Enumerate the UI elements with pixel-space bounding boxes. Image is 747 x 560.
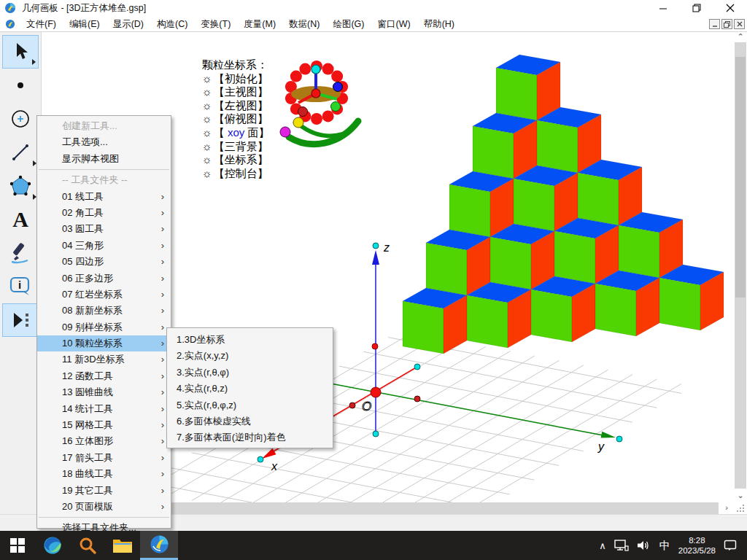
- cube[interactable]: [554, 218, 619, 284]
- tool-folder-item[interactable]: 10 颗粒坐标系›: [37, 335, 171, 351]
- tool-folder-item[interactable]: 04 三角形›: [37, 238, 171, 254]
- tool-folder-item[interactable]: 02 角工具›: [37, 205, 171, 221]
- child-minimize-button[interactable]: [709, 19, 720, 29]
- menubar-item[interactable]: 文件(F): [20, 16, 63, 32]
- minimize-button[interactable]: [646, 0, 680, 16]
- child-close-button[interactable]: [734, 19, 745, 29]
- cube-stack[interactable]: [403, 55, 724, 354]
- particle-submenu-item[interactable]: 6.多面体棱虚实线: [167, 413, 333, 429]
- text-tool[interactable]: A: [2, 203, 39, 236]
- tool-folder-item[interactable]: 06 正多边形›: [37, 271, 171, 287]
- compass-tool[interactable]: [2, 102, 39, 136]
- particle-submenu-item[interactable]: 7.多面体表面(逆时向)着色: [167, 429, 333, 446]
- network-icon[interactable]: [614, 540, 629, 551]
- particle-control-button[interactable]: ☼【控制台】: [202, 167, 269, 181]
- tool-folder-item[interactable]: 13 圆锥曲线›: [37, 384, 171, 400]
- tool-folder-item[interactable]: 11 新3D坐标系›: [37, 351, 171, 368]
- vertical-scroll-track[interactable]: [735, 42, 746, 489]
- cube[interactable]: [403, 288, 467, 354]
- cube[interactable]: [578, 160, 642, 225]
- tool-folder-item[interactable]: 05 四边形›: [37, 254, 171, 270]
- cube[interactable]: [531, 276, 595, 342]
- particle-control-button[interactable]: ☼【左视图】: [202, 99, 269, 113]
- resize-grip[interactable]: [735, 502, 746, 514]
- tool-folder-item[interactable]: 12 函数工具›: [37, 368, 171, 384]
- tool-folder-item[interactable]: 15 网格工具›: [37, 417, 171, 433]
- menubar-item[interactable]: 度量(M): [237, 16, 282, 32]
- tool-menu-action[interactable]: 工具选项...: [37, 134, 171, 150]
- particle-control-button[interactable]: ☼【 xoy 面】: [202, 126, 269, 140]
- tool-folder-item[interactable]: 09 别样坐标系›: [37, 319, 171, 335]
- custom-tools-menu: 创建新工具...工具选项...显示脚本视图-- 工具文件夹 --01 线工具›0…: [36, 115, 171, 529]
- tool-menu-action[interactable]: 显示脚本视图: [37, 151, 171, 167]
- custom-tool[interactable]: [2, 303, 39, 337]
- menubar-item[interactable]: 构造(C): [150, 16, 194, 32]
- cube[interactable]: [449, 171, 514, 237]
- menubar-item[interactable]: 帮助(H): [417, 16, 461, 32]
- vertical-scroll-thumb[interactable]: [735, 57, 746, 298]
- cube[interactable]: [473, 113, 537, 179]
- particle-submenu-item[interactable]: 5.实点(r,θ,φ,z): [167, 397, 333, 413]
- scroll-down-button[interactable]: ⌄: [735, 491, 746, 501]
- tool-folder-item[interactable]: 20 页面模版›: [37, 499, 171, 515]
- hidden-icons-chevron[interactable]: ∧: [599, 540, 606, 551]
- tool-folder-item[interactable]: 17 箭头工具›: [37, 450, 171, 466]
- particle-control-button[interactable]: ☼【三背景】: [202, 140, 269, 154]
- tool-folder-item[interactable]: 08 新新坐标系›: [37, 303, 171, 319]
- selection-arrow-tool[interactable]: [2, 35, 39, 69]
- tool-folder-item[interactable]: 18 曲线工具›: [37, 466, 171, 482]
- particle-control-button[interactable]: ☼【坐标系】: [202, 153, 269, 167]
- cube[interactable]: [490, 224, 554, 289]
- edge-browser-button[interactable]: [35, 531, 70, 560]
- particle-submenu-item[interactable]: 2.实点(x,y,z): [167, 348, 333, 364]
- file-explorer-button[interactable]: [105, 531, 140, 560]
- cube[interactable]: [659, 265, 724, 330]
- menubar-item[interactable]: 显示(D): [107, 16, 150, 32]
- tray-date: 2023/5/28: [678, 545, 716, 556]
- menubar-item[interactable]: 变换(T): [194, 16, 237, 32]
- particle-submenu-item[interactable]: 3.实点(r,θ,φ): [167, 365, 333, 381]
- particle-submenu-item[interactable]: 4.实点(r,θ,z): [167, 381, 333, 397]
- polygon-tool[interactable]: [2, 169, 39, 203]
- straightedge-tool[interactable]: [2, 136, 39, 169]
- cube[interactable]: [496, 55, 560, 120]
- particle-control-button[interactable]: ☼【主视图】: [202, 85, 269, 99]
- particle-control-button[interactable]: ☼【初始化】: [202, 72, 269, 86]
- cube[interactable]: [514, 166, 578, 231]
- menubar-item[interactable]: 绘图(G): [326, 16, 371, 32]
- tool-folder-item[interactable]: 01 线工具›: [37, 189, 171, 205]
- start-button[interactable]: [0, 531, 35, 560]
- close-button[interactable]: [713, 0, 747, 16]
- clock[interactable]: 8:28 2023/5/28: [678, 535, 716, 556]
- search-button[interactable]: [70, 531, 105, 560]
- cube[interactable]: [537, 107, 601, 173]
- speaker-icon[interactable]: [637, 540, 651, 551]
- menubar-item[interactable]: 编辑(E): [63, 16, 107, 32]
- tool-folder-item[interactable]: 16 立体图形›: [37, 433, 171, 449]
- scroll-up-button[interactable]: ⌃: [735, 32, 746, 42]
- menubar-item[interactable]: 窗口(W): [371, 16, 417, 32]
- vertical-scrollbar[interactable]: ⌃ ⌄: [735, 32, 746, 502]
- cube[interactable]: [467, 282, 531, 348]
- particle-control-button[interactable]: ☼【俯视图】: [202, 112, 269, 126]
- action-center-icon[interactable]: [724, 540, 737, 551]
- tool-folder-item[interactable]: 19 其它工具›: [37, 483, 171, 499]
- child-restore-button[interactable]: [721, 19, 732, 29]
- tool-folder-item[interactable]: 14 统计工具›: [37, 401, 171, 417]
- menubar-item[interactable]: 数据(N): [282, 16, 326, 32]
- cube[interactable]: [426, 230, 490, 295]
- cube[interactable]: [619, 212, 683, 278]
- scroll-right-button[interactable]: ›: [720, 502, 733, 514]
- cube[interactable]: [595, 271, 659, 336]
- particle-control-label: 【三背景】: [214, 140, 268, 152]
- information-tool[interactable]: i: [2, 270, 39, 303]
- cube-front-face: [578, 173, 619, 225]
- ime-indicator[interactable]: 中: [659, 539, 670, 553]
- gsp-app-button[interactable]: [140, 531, 178, 560]
- tool-folder-item[interactable]: 07 红岩坐标系›: [37, 287, 171, 303]
- marker-tool[interactable]: [2, 236, 39, 270]
- tool-folder-item[interactable]: 03 圆工具›: [37, 221, 171, 237]
- restore-button[interactable]: [680, 0, 713, 16]
- particle-submenu-item[interactable]: 1.3D坐标系: [167, 332, 333, 348]
- point-tool[interactable]: [2, 69, 39, 102]
